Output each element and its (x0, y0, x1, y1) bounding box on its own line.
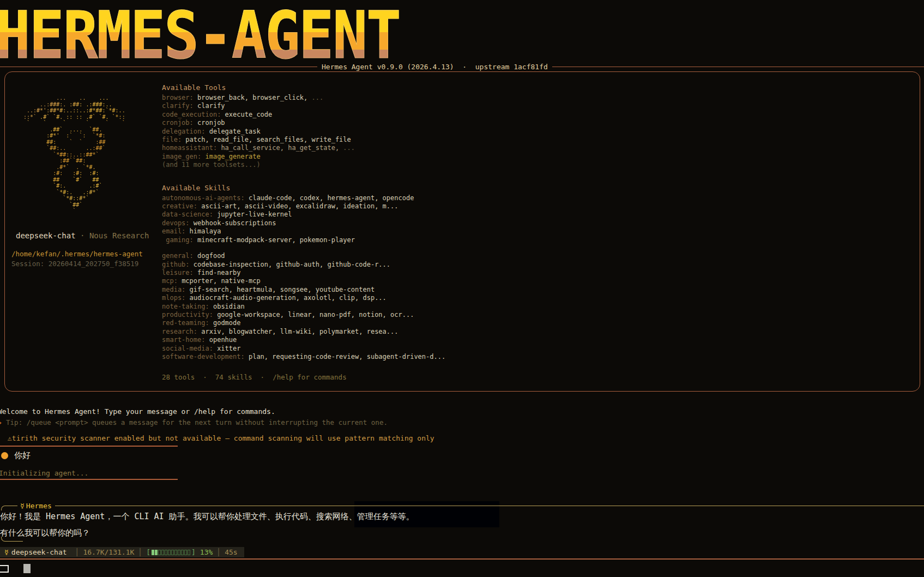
value-text: cronjob (194, 119, 225, 127)
value-text: plan, requesting-code-review, subagent-d… (245, 353, 445, 360)
startup-info-panel: ... .. ... ..:###:. :##: .:###:.. ..:#*'… (4, 71, 920, 392)
category-label: clarify: (162, 102, 194, 110)
security-warning: ⚠tirith security scanner enabled but not… (8, 434, 434, 442)
header-title: Hermes Agent v0.9.0 (2026.4.13) · upstre… (317, 63, 552, 71)
terminal-screen[interactable]: HERMES-AGENT Hermes Agent v0.9.0 (2026.4… (0, 0, 924, 577)
tip-line: ✦ Tip: /queue <prompt> queues a message … (0, 418, 388, 426)
value-text: ha_call_service, ha_get_state, (217, 144, 339, 152)
agent-response-header: ☿ Hermes (0, 502, 924, 510)
provider-name: Nous Research (89, 231, 149, 240)
statusbar-model: deepseek-chat (11, 548, 67, 556)
value-text: browser_back, browser_click, (194, 94, 308, 101)
value-text: ascii-art, ascii-video, excalidraw, idea… (197, 202, 398, 210)
caduceus-icon: ☿ (20, 502, 25, 510)
value-text: google-workspace, linear, nano-pdf, noti… (213, 311, 414, 318)
skill-row: note-taking: obsidian (162, 303, 445, 311)
app-logo: HERMES-AGENT (0, 0, 400, 73)
value-text: xitter (213, 345, 241, 352)
tool-row: clarify: clarify (162, 102, 445, 110)
skill-row: devops: webhook-subscriptions (162, 219, 445, 227)
header-rule: Hermes Agent v0.9.0 (2026.4.13) · upstre… (0, 63, 924, 71)
skill-row: mcp: mcporter, native-mcp (162, 277, 445, 285)
value-text: audiocraft-audio-generation, axolotl, cl… (185, 294, 386, 302)
skill-row: data-science: jupyter-live-kernel (162, 211, 445, 219)
bar-close-bracket: ] (191, 548, 196, 556)
value-text: arxiv, blogwatcher, llm-wiki, polymarket… (197, 328, 398, 335)
caduceus-icon-small: ☿ (4, 548, 9, 556)
value-text: find-nearby (194, 269, 241, 277)
skill-row: email: himalaya (162, 227, 445, 236)
tool-row: image_gen: image_generate (162, 153, 445, 161)
agent-message-line-1: 你好！我是 Hermes Agent，一个 CLI AI 助手。我可以帮你处理文… (0, 512, 414, 522)
context-progress-bar: [ ] (146, 548, 196, 556)
bar-segment-empty (188, 550, 190, 555)
category-label: smart-home: (162, 336, 205, 344)
skill-row: productivity: google-workspace, linear, … (162, 311, 445, 319)
sparkle-icon: ✦ (0, 418, 6, 426)
tool-row: cronjob: cronjob (162, 119, 445, 127)
tools-list: browser: browser_back, browser_click, ..… (162, 94, 445, 161)
tool-row: file: patch, read_file, search_files, wr… (162, 136, 445, 144)
model-name: deepseek-chat (16, 231, 76, 240)
value-text: execute_code (221, 111, 272, 118)
bar-segment-filled (155, 550, 158, 555)
bar-open-bracket: [ (146, 548, 150, 556)
category-label: email: (162, 227, 185, 235)
value-text: jupyter-live-kernel (213, 211, 292, 218)
category-label: devops: (162, 219, 190, 227)
session-id: Session: 20260414_202750_f38519 (11, 260, 138, 268)
more-toolsets-note: (and 11 more toolsets...) (162, 161, 445, 169)
bar-segment-empty (174, 550, 177, 555)
divider-below-status (0, 479, 178, 480)
bar-segment-empty (168, 550, 171, 555)
truncation-ellipsis: ... (339, 144, 355, 152)
value-text: obsidian (209, 303, 245, 310)
skill-row: leisure: find-nearby (162, 269, 445, 277)
tip-text: Tip: /queue <prompt> queues a message fo… (6, 418, 388, 426)
header-dash (10, 506, 17, 506)
value-text: himalaya (185, 227, 221, 235)
statusbar-separator: │ (138, 548, 142, 556)
ime-input-box (0, 565, 9, 573)
value-text: dogfood (194, 252, 225, 260)
user-bullet-icon (1, 452, 8, 459)
user-message-text: 你好 (14, 450, 31, 461)
skills-gap (162, 244, 445, 252)
category-label: image_gen: (162, 153, 201, 160)
category-label: autonomous-ai-agents: (162, 194, 245, 202)
tools-skills-column: Available Tools browser: browser_back, b… (162, 83, 445, 381)
header-line (55, 506, 924, 506)
warning-icon: ⚠ (8, 434, 12, 442)
value-text: minecraft-modpack-server, pokemon-player (194, 236, 355, 244)
skill-row: gaming: minecraft-modpack-server, pokemo… (162, 236, 445, 244)
warning-text: tirith security scanner enabled but not … (12, 434, 434, 442)
welcome-message: Welcome to Hermes Agent! Type your messa… (0, 407, 275, 416)
statusbar-separator: │ (75, 548, 80, 556)
category-label: gaming: (162, 236, 194, 244)
category-label: mcp: (162, 277, 178, 285)
tool-row: homeassistant: ha_call_service, ha_get_s… (162, 144, 445, 152)
bar-segment-empty (158, 550, 161, 555)
skill-row: mlops: audiocraft-audio-generation, axol… (162, 294, 445, 302)
skill-row: autonomous-ai-agents: claude-code, codex… (162, 194, 445, 202)
install-path: /home/kefan/.hermes/hermes-agent (11, 250, 143, 258)
category-label: github: (162, 261, 190, 268)
category-label: general: (162, 252, 194, 260)
skills-heading: Available Skills (162, 184, 445, 193)
category-label: note-taking: (162, 303, 209, 310)
bar-segment-empty (165, 550, 167, 555)
caduceus-ascii-art: ... .. ... ..:###:. :##: .:###:.. ..:#*'… (20, 95, 125, 214)
divider-above-user-message (0, 446, 178, 447)
category-label: research: (162, 328, 197, 335)
category-label: media: (162, 286, 185, 293)
category-label: social-media: (162, 345, 213, 352)
skill-row: creative: ascii-art, ascii-video, excali… (162, 202, 445, 211)
bar-segment-empty (184, 550, 187, 555)
agent-status-text: Initializing agent... (0, 469, 88, 477)
skill-row: general: dogfood (162, 252, 445, 260)
value-text: image_generate (201, 153, 260, 160)
skill-row: software-development: plan, requesting-c… (162, 353, 445, 361)
value-text: openhue (205, 336, 237, 344)
category-label: data-science: (162, 211, 213, 218)
category-label: homeassistant: (162, 144, 217, 152)
